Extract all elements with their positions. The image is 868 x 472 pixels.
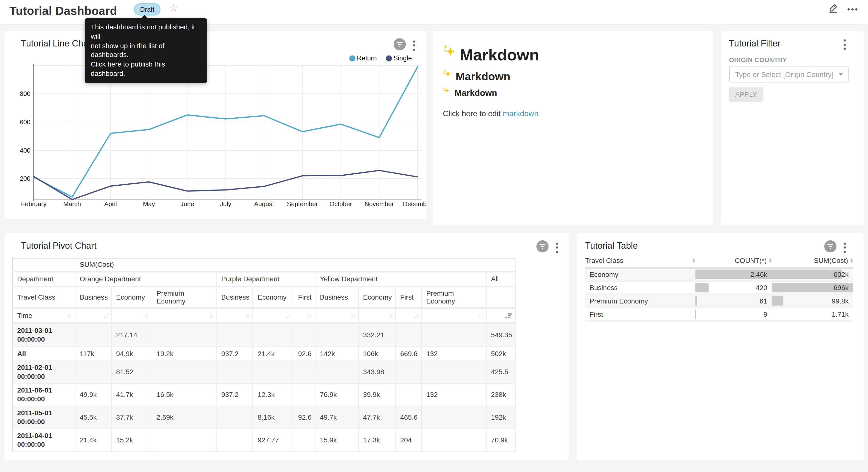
edit-markdown-link[interactable]: markdown <box>503 109 538 118</box>
filter-menu-icon[interactable] <box>843 38 847 51</box>
pivot-value-cell: 132 <box>422 346 486 361</box>
y-axis-label: 600 <box>20 118 30 126</box>
pivot-row-label: 2011-05-01 00:00:00 <box>12 406 75 429</box>
pivot-class-header: Business <box>75 287 112 308</box>
pivot-class-header: Economy <box>112 287 152 308</box>
pivot-value-cell: 21.4k <box>253 346 293 361</box>
pivot-value-cell: 47.7k <box>359 406 396 429</box>
pivot-value-cell: 425.5 <box>486 361 516 383</box>
tooltip-line: Click here to publish this dashboard. <box>91 60 201 79</box>
apply-filter-button[interactable]: APPLY <box>729 87 763 102</box>
y-axis-label: 400 <box>20 147 30 154</box>
pivot-data-row: 2011-04-01 00:00:0021.4k15.2k927.7715.9k… <box>12 429 516 451</box>
sum-cell: 99.8k <box>772 294 853 307</box>
sort-icon[interactable]: ↓↑ <box>245 312 249 320</box>
pivot-value-cell: 549.35 <box>486 323 516 346</box>
pivot-row-label: All <box>12 346 75 361</box>
chart-menu-icon[interactable] <box>555 241 559 254</box>
applied-filters-icon[interactable] <box>824 240 836 255</box>
sparkles-icon: ✦✦✦ <box>443 44 460 60</box>
sort-icon[interactable]: ↓↑ <box>478 312 483 320</box>
pivot-time-header: Time↓↑ <box>12 308 75 323</box>
tooltip-line: This dashboard is not published, it will <box>91 23 201 41</box>
x-axis-label: November <box>365 200 394 208</box>
pivot-sort-cell: ↓↑ <box>112 308 152 323</box>
x-axis-label: February <box>21 200 46 208</box>
count-cell: 9 <box>695 308 772 321</box>
sort-icon[interactable]: ↓↑ <box>285 312 290 320</box>
pivot-sort-cell: ↓↑ <box>359 308 396 323</box>
pivot-value-cell: 142k <box>315 346 359 361</box>
count-cell: 420 <box>695 281 772 294</box>
table-menu-icon[interactable] <box>843 241 847 254</box>
sort-icon[interactable]: ↓↑ <box>144 312 148 320</box>
pivot-corner-cell <box>12 258 75 271</box>
pivot-value-cell: 669.6 <box>395 346 421 361</box>
sort-icon[interactable]: ↓↑ <box>413 312 418 320</box>
sort-icon[interactable]: ↓↑ <box>388 312 392 320</box>
column-header-label: SUM(Cost) <box>814 257 848 264</box>
pivot-value-cell: 2.69k <box>152 406 217 429</box>
tooltip-line: not show up in the list of dashboards. <box>91 41 201 60</box>
sort-icon[interactable]: ↓↑ <box>67 312 71 320</box>
edit-dashboard-icon[interactable] <box>828 3 839 16</box>
pivot-value-cell: 92.6 <box>293 406 315 429</box>
pivot-row-label: 2011-06-01 00:00:00 <box>12 383 75 406</box>
sparkles-icon: ✦✦✦ <box>443 69 455 80</box>
more-actions-icon[interactable] <box>846 7 859 11</box>
sort-icon[interactable]: ↓↑ <box>103 312 108 320</box>
pivot-class-header: First <box>395 287 421 308</box>
pivot-sort-cell: ↓↑ <box>217 308 253 323</box>
chevron-down-icon <box>839 73 843 76</box>
sort-carets-icon: ▲▼ <box>692 258 695 263</box>
pivot-value-cell <box>315 361 359 383</box>
applied-filters-icon[interactable] <box>536 240 549 255</box>
filter-panel-title: Tutorial Filter <box>729 39 780 49</box>
pivot-value-cell: 106k <box>359 346 396 361</box>
y-axis-label: 200 <box>20 175 30 182</box>
sort-desc-active-icon[interactable]: ↓ <box>504 312 512 320</box>
value-text: 2.46k <box>695 268 772 280</box>
table-row: Premium Economy6199.8k <box>585 294 853 307</box>
column-header-travel-class[interactable]: Travel Class▲▼ <box>585 254 695 268</box>
publish-tooltip: This dashboard is not published, it will… <box>85 18 207 83</box>
pivot-data-row: 2011-05-01 00:00:0045.5k37.7k2.69k8.16k9… <box>12 406 516 429</box>
draft-status-badge[interactable]: Draft <box>134 3 161 16</box>
x-axis-label: December <box>403 200 427 208</box>
column-header-count-[interactable]: COUNT(*)▲▼ <box>695 254 772 268</box>
origin-country-select[interactable]: Type or Select [Origin Country] <box>729 66 849 82</box>
count-cell: 61 <box>695 294 772 307</box>
pivot-sort-cell: ↓↑ <box>253 308 293 323</box>
x-axis-label: July <box>220 200 231 208</box>
filter-panel: Tutorial Filter ORIGIN COUNTRY Type or S… <box>721 31 864 226</box>
pivot-value-cell: 238k <box>486 383 516 406</box>
favorite-star-icon[interactable]: ☆ <box>169 2 178 13</box>
pivot-class-header: Business <box>315 287 359 308</box>
pivot-value-cell <box>422 323 486 346</box>
pivot-value-cell <box>152 323 217 346</box>
pivot-value-cell: 117k <box>75 346 112 361</box>
pivot-class-header: Economy <box>359 287 396 308</box>
column-header-label: Travel Class <box>585 257 623 264</box>
sort-icon[interactable]: ↓↑ <box>307 312 311 320</box>
sum-cell: 602k <box>772 268 853 281</box>
pivot-value-cell <box>422 361 486 383</box>
pivot-class-header: Premium Economy <box>422 287 486 308</box>
pivot-data-row: 2011-03-01 00:00:00217.14332.21549.35 <box>12 323 516 346</box>
legend-item-return[interactable]: Return <box>349 54 377 62</box>
pivot-value-cell: 92.6 <box>293 346 315 361</box>
pivot-value-cell: 343.98 <box>359 361 396 383</box>
pivot-sort-cell: ↓ <box>486 308 516 323</box>
table-panel-title: Tutorial Table <box>585 241 638 251</box>
pivot-value-cell: 15.9k <box>315 429 359 451</box>
pivot-department-row: DepartmentOrange DepartmentPurple Depart… <box>12 272 516 287</box>
pivot-all-header: All <box>486 272 516 287</box>
legend-item-single[interactable]: Single <box>385 54 412 62</box>
sort-icon[interactable]: ↓↑ <box>350 312 355 320</box>
pivot-sort-cell: ↓↑ <box>315 308 359 323</box>
sort-icon[interactable]: ↓↑ <box>209 312 213 320</box>
column-header-sum-cost-[interactable]: SUM(Cost)▲▼ <box>772 254 853 268</box>
legend-dot <box>349 55 355 61</box>
page-title: Tutorial Dashboard <box>9 4 117 18</box>
pivot-chart-title: Tutorial Pivot Chart <box>21 241 97 251</box>
